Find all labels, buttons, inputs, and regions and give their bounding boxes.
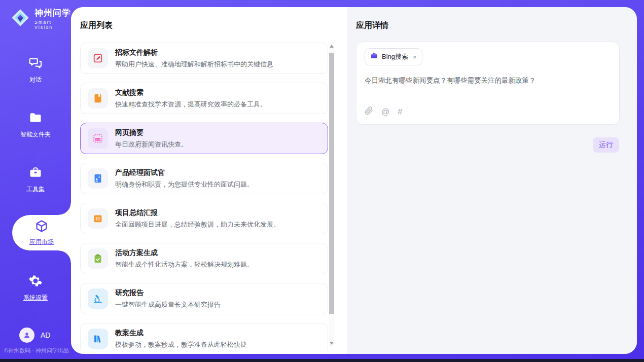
app-name: 招标文件解析 [115, 48, 273, 57]
run-button[interactable]: 运行 [593, 137, 619, 153]
window-bottom-edge [0, 359, 644, 362]
app-card-pm-interviewer[interactable]: 产品经理面试官 明确身份和职责，为您提供专业性的面试问题。 [80, 163, 328, 194]
app-name: 研究报告 [115, 288, 221, 298]
hashtag-icon[interactable]: # [398, 107, 402, 117]
cube-icon [34, 219, 49, 235]
person-document-icon [88, 168, 108, 189]
app-desc: 帮助用户快速、准确地理解和解析招标书中的关键信息 [115, 60, 273, 69]
person-avatar-icon [19, 328, 34, 343]
app-detail-panel: 应用详情 Bing搜索 × 今日湖北有哪些新闻要点？有哪些需要关注的最新政策？ [347, 7, 637, 354]
diamond-logo-icon [10, 8, 30, 30]
active-tab-bottom-curve [59, 250, 71, 263]
tool-chip-label: Bing搜索 [382, 52, 408, 61]
editor-toolbar: @ # [365, 106, 402, 117]
sidebar-item-app-market-active[interactable]: 应用市场 [12, 215, 71, 250]
folder-icon [28, 111, 43, 127]
sidebar-item-label: 系统设置 [23, 294, 48, 302]
app-card-web-summary-selected[interactable]: </> 网页摘要 每日政府新闻资讯快查。 [80, 123, 328, 154]
calendar-grid-icon [88, 208, 108, 229]
app-card-research-report[interactable]: 研究报告 一键智能生成高质量长文本研究报告 [80, 283, 328, 314]
browser-code-icon: </> [88, 128, 108, 149]
active-tab-top-curve [59, 203, 71, 215]
app-list-title: 应用列表 [80, 20, 113, 31]
app-name: 活动方案生成 [115, 248, 254, 258]
sidebar-footer: ©神州数码 · 神州问学出品 [4, 347, 71, 354]
tool-chip-bing-search[interactable]: Bing搜索 × [365, 48, 422, 65]
app-list-scrollbar[interactable] [329, 43, 334, 347]
sidebar-item-label: 智能文件夹 [20, 130, 51, 139]
book-icon [88, 88, 108, 108]
app-name: 网页摘要 [115, 128, 188, 137]
app-name: 产品经理面试官 [115, 168, 254, 177]
brand-name: 神州问学 [34, 7, 71, 19]
user-name: AD [41, 331, 50, 339]
sidebar-item-smart-folder[interactable]: 智能文件夹 [0, 111, 71, 139]
app-list: 招标文件解析 帮助用户快速、准确地理解和解析招标书中的关键信息 文献搜索 快速精… [80, 43, 328, 350]
books-icon [88, 329, 108, 349]
brand-logo: 神州问学 Smart Vision [10, 7, 71, 30]
app-card-event-plan[interactable]: 活动方案生成 智能生成个性化活动方案，轻松解决规划难题。 [80, 243, 328, 274]
scroll-up-icon[interactable] [329, 43, 334, 50]
clipboard-check-icon [88, 248, 108, 269]
app-name: 项目总结汇报 [115, 208, 280, 218]
briefcase-icon [28, 165, 43, 182]
close-icon[interactable]: × [413, 53, 417, 61]
sidebar-item-label: 对话 [29, 76, 42, 84]
app-name: 教案生成 [115, 329, 247, 338]
main-panel: 应用列表 招标文件解析 帮助用户快速、准确地理解和解析招标书中的关键信息 [71, 7, 637, 354]
sidebar: 神州问学 Smart Vision 对话 智能文件夹 工具集 [0, 0, 71, 359]
svg-text:</>: </> [96, 138, 100, 141]
query-editor-card[interactable]: Bing搜索 × 今日湖北有哪些新闻要点？有哪些需要关注的最新政策？ @ # [356, 42, 620, 125]
gear-icon [28, 274, 43, 290]
app-card-lesson-plan[interactable]: 教案生成 模板驱动，教案秒成，教学准备从此轻松快捷 [80, 323, 328, 350]
app-name: 文献搜索 [115, 88, 267, 97]
app-detail-title: 应用详情 [356, 20, 388, 31]
scrollbar-thumb[interactable] [329, 53, 334, 314]
sidebar-item-chat[interactable]: 对话 [0, 56, 71, 84]
sidebar-item-settings[interactable]: 系统设置 [0, 274, 71, 302]
app-list-panel: 应用列表 招标文件解析 帮助用户快速、准确地理解和解析招标书中的关键信息 [71, 7, 347, 354]
chat-bubbles-icon [28, 56, 43, 72]
app-card-bid-analysis[interactable]: 招标文件解析 帮助用户快速、准确地理解和解析招标书中的关键信息 [80, 43, 328, 74]
app-desc: 快速精准查找学术资源，提高研究效率的必备工具。 [115, 100, 267, 109]
sidebar-item-label: 工具集 [26, 185, 45, 194]
mention-at-icon[interactable]: @ [381, 107, 389, 117]
app-desc: 全面回顾项目进展，总结经验教训，助力未来优化发展。 [115, 220, 280, 229]
user-account[interactable]: AD [19, 328, 50, 343]
brand-subtitle: Smart Vision [34, 20, 71, 30]
app-desc: 一键智能生成高质量长文本研究报告 [115, 300, 221, 309]
query-input[interactable]: 今日湖北有哪些新闻要点？有哪些需要关注的最新政策？ [365, 76, 608, 86]
sidebar-item-label: 应用市场 [29, 238, 54, 246]
app-desc: 明确身份和职责，为您提供专业性的面试问题。 [115, 180, 254, 189]
edit-square-icon [88, 48, 108, 68]
sidebar-item-toolset[interactable]: 工具集 [0, 165, 71, 194]
scroll-down-icon[interactable] [329, 340, 334, 347]
briefcase-icon [370, 52, 378, 62]
microscope-icon [88, 288, 108, 309]
app-desc: 智能生成个性化活动方案，轻松解决规划难题。 [115, 260, 254, 269]
app-desc: 模板驱动，教案秒成，教学准备从此轻松快捷 [115, 340, 247, 349]
app-card-project-summary[interactable]: 项目总结汇报 全面回顾项目进展，总结经验教训，助力未来优化发展。 [80, 203, 328, 234]
app-desc: 每日政府新闻资讯快查。 [115, 140, 188, 149]
paperclip-icon[interactable] [365, 106, 373, 117]
app-card-literature-search[interactable]: 文献搜索 快速精准查找学术资源，提高研究效率的必备工具。 [80, 83, 328, 114]
